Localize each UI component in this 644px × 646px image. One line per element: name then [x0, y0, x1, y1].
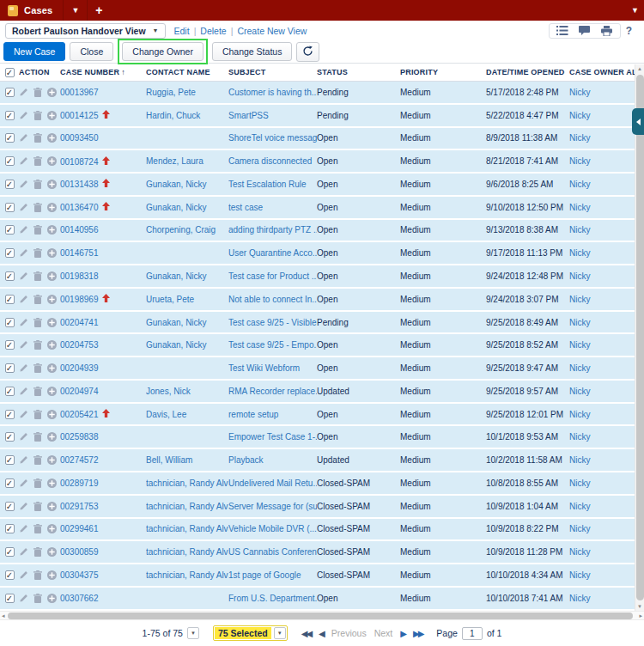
- delete-icon[interactable]: [33, 363, 42, 373]
- edit-icon[interactable]: [19, 318, 28, 327]
- tab-dropdown-caret-icon[interactable]: ▼: [64, 0, 87, 21]
- follow-icon[interactable]: [47, 594, 57, 603]
- edit-icon[interactable]: [19, 88, 28, 97]
- delete-icon[interactable]: [33, 133, 42, 143]
- case-number-link[interactable]: 00131438: [60, 180, 99, 189]
- owner-alias-link[interactable]: Nicky: [569, 340, 590, 350]
- edit-icon[interactable]: [19, 387, 28, 396]
- case-number-link[interactable]: 00140956: [60, 225, 99, 235]
- subject-link[interactable]: Camera disconnected: [228, 156, 312, 166]
- delete-icon[interactable]: [33, 455, 42, 465]
- owner-alias-link[interactable]: Nicky: [569, 502, 590, 511]
- edit-icon[interactable]: [19, 111, 28, 120]
- case-number-link[interactable]: 00274572: [60, 455, 99, 465]
- case-number-link[interactable]: 00146751: [60, 248, 99, 258]
- help-icon[interactable]: ?: [626, 25, 632, 37]
- view-selector[interactable]: Robert Paulson Handover View ▼: [5, 23, 166, 39]
- follow-icon[interactable]: [47, 478, 57, 488]
- follow-icon[interactable]: [47, 502, 57, 511]
- subject-link[interactable]: Vehicle Mobile DVR (...: [228, 524, 317, 533]
- contact-name-link[interactable]: Gunakan, Nicky: [146, 180, 207, 189]
- subject-link[interactable]: From U.S. Department...: [228, 594, 317, 603]
- delete-icon[interactable]: [33, 180, 42, 189]
- case-number-link[interactable]: 00289719: [60, 478, 99, 488]
- delete-icon[interactable]: [33, 318, 42, 327]
- contact-name-link[interactable]: Gunakan, Nicky: [146, 318, 207, 327]
- edit-icon[interactable]: [19, 203, 28, 212]
- delete-icon[interactable]: [33, 248, 42, 258]
- case-number-link[interactable]: 00299461: [60, 524, 99, 533]
- subject-link[interactable]: adding thirdparty PTZ ...: [228, 225, 317, 235]
- follow-icon[interactable]: [47, 570, 57, 580]
- delete-icon[interactable]: [33, 387, 42, 396]
- owner-alias-link[interactable]: Nicky: [569, 570, 590, 580]
- follow-icon[interactable]: [47, 524, 57, 533]
- subject-link[interactable]: Empower Test Case 1-...: [228, 432, 317, 442]
- row-checkbox[interactable]: ✓: [5, 318, 15, 327]
- owner-alias-link[interactable]: Nicky: [569, 203, 590, 212]
- subject-link[interactable]: Test case 9/25 - Visible: [228, 318, 317, 327]
- edit-icon[interactable]: [19, 225, 28, 235]
- subject-link[interactable]: Test Escalation Rule: [228, 180, 307, 189]
- contact-name-link[interactable]: Gunakan, Nicky: [146, 203, 207, 212]
- column-header-case-number[interactable]: CASE NUMBER↑: [60, 68, 146, 76]
- contact-name-link[interactable]: Jones, Nick: [146, 387, 191, 396]
- follow-icon[interactable]: [47, 88, 57, 97]
- edit-icon[interactable]: [19, 594, 28, 603]
- follow-icon[interactable]: [47, 387, 57, 396]
- follow-icon[interactable]: [47, 180, 57, 189]
- owner-alias-link[interactable]: Nicky: [569, 88, 590, 97]
- owner-alias-link[interactable]: Nicky: [569, 594, 590, 603]
- owner-alias-link[interactable]: Nicky: [569, 363, 590, 373]
- row-checkbox[interactable]: ✓: [5, 547, 15, 557]
- delete-icon[interactable]: [33, 156, 42, 166]
- owner-alias-link[interactable]: Nicky: [569, 410, 590, 419]
- row-checkbox[interactable]: ✓: [5, 502, 15, 511]
- owner-alias-link[interactable]: Nicky: [569, 295, 590, 304]
- edit-icon[interactable]: [19, 271, 28, 281]
- case-number-link[interactable]: 00108724: [60, 157, 99, 167]
- select-all-checkbox[interactable]: ✓: [5, 68, 15, 77]
- row-checkbox[interactable]: ✓: [5, 225, 15, 235]
- delete-icon[interactable]: [33, 570, 42, 580]
- case-number-link[interactable]: 00204741: [60, 318, 99, 327]
- owner-alias-link[interactable]: Nicky: [569, 225, 590, 235]
- row-checkbox[interactable]: ✓: [5, 410, 15, 419]
- contact-name-link[interactable]: Gunakan, Nicky: [146, 340, 207, 350]
- owner-alias-link[interactable]: Nicky: [569, 133, 590, 143]
- case-number-link[interactable]: 00291753: [60, 502, 99, 511]
- delete-icon[interactable]: [33, 203, 42, 212]
- row-checkbox[interactable]: ✓: [5, 340, 15, 350]
- first-page-icon[interactable]: ◀◀: [301, 629, 311, 638]
- contact-name-link[interactable]: tachnician, Randy Alvaz: [146, 478, 228, 488]
- edit-icon[interactable]: [19, 180, 28, 189]
- follow-icon[interactable]: [47, 410, 57, 419]
- contact-name-link[interactable]: tachnician, Randy Alvaz: [146, 570, 228, 580]
- add-tab-icon[interactable]: +: [88, 0, 110, 21]
- column-header-owner-alias[interactable]: CASE OWNER ALIAS: [569, 68, 635, 76]
- column-header-priority[interactable]: PRIORITY: [400, 68, 486, 76]
- follow-icon[interactable]: [47, 203, 57, 212]
- edit-icon[interactable]: [19, 478, 28, 488]
- row-checkbox[interactable]: ✓: [5, 570, 15, 580]
- owner-alias-link[interactable]: Nicky: [569, 524, 590, 533]
- sidebar-collapse-tab[interactable]: [632, 108, 644, 135]
- case-number-link[interactable]: 00205421: [60, 410, 99, 419]
- row-checkbox[interactable]: ✓: [5, 363, 15, 373]
- delete-icon[interactable]: [33, 295, 42, 304]
- edit-icon[interactable]: [19, 524, 28, 533]
- column-header-action[interactable]: ACTION: [19, 68, 60, 76]
- edit-view-link[interactable]: Edit: [174, 26, 190, 36]
- case-number-link[interactable]: 00093450: [60, 133, 99, 143]
- follow-icon[interactable]: [47, 318, 57, 327]
- edit-icon[interactable]: [19, 547, 28, 557]
- column-header-date-opened[interactable]: DATE/TIME OPENED: [486, 68, 569, 76]
- delete-icon[interactable]: [33, 502, 42, 511]
- owner-alias-link[interactable]: Nicky: [569, 271, 590, 281]
- tabbar-overflow-caret-icon[interactable]: ▼: [626, 6, 644, 15]
- subject-link[interactable]: Server Message for (su...: [228, 502, 317, 511]
- contact-name-link[interactable]: Mendez, Laura: [146, 156, 204, 166]
- subject-link[interactable]: SmartPSS: [228, 111, 269, 120]
- row-checkbox[interactable]: ✓: [5, 111, 15, 120]
- case-number-link[interactable]: 00136470: [60, 203, 99, 212]
